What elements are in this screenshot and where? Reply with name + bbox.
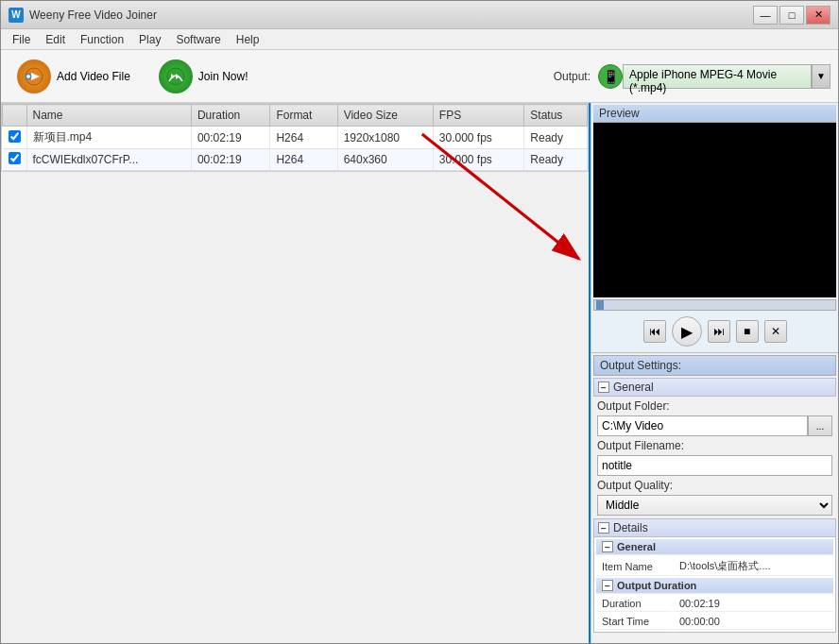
output-folder-input-group: ... [597, 415, 832, 436]
row2-check[interactable] [3, 149, 27, 171]
output-duration-header: − Output Duration [596, 578, 833, 593]
minimize-button[interactable]: — [753, 6, 778, 25]
output-folder-row: Output Folder: [593, 399, 836, 413]
row2-fps: 30.000 fps [433, 149, 523, 171]
output-format-dropdown-arrow[interactable]: ▼ [812, 64, 830, 89]
app-icon-letter: W [11, 9, 20, 20]
details-table: − General Item Name D:\tools\桌面格式.... [594, 537, 835, 632]
prev-button[interactable]: ⏮ [643, 320, 666, 343]
row1-fps: 30.000 fps [433, 127, 523, 149]
details-item-name-row: Item Name D:\tools\桌面格式.... [596, 557, 833, 576]
details-start-time-row: Start Time 00:00:00 [596, 614, 833, 630]
window-controls: — □ ✕ [753, 6, 830, 25]
col-name: Name [26, 105, 191, 127]
output-format-selector[interactable]: 📱 Apple iPhone MPEG-4 Movie (*.mp4) ▼ [598, 64, 830, 89]
output-area: Output: 📱 Apple iPhone MPEG-4 Movie (*.m… [554, 64, 830, 89]
join-now-label: Join Now! [198, 70, 248, 83]
item-name-value: D:\tools\桌面格式.... [674, 557, 833, 576]
details-collapse-icon[interactable]: − [598, 522, 609, 534]
add-video-button[interactable]: Add Video File [9, 55, 139, 98]
close-preview-button[interactable]: ✕ [764, 320, 787, 343]
row1-duration: 00:02:19 [191, 127, 269, 149]
output-quality-select-row: Low Middle High [593, 495, 836, 516]
output-settings: Output Settings: − General Output Folder… [591, 353, 838, 643]
preview-label: Preview [593, 105, 836, 123]
row2-format: H264 [270, 149, 337, 171]
start-time-value: 00:00:00 [674, 614, 833, 630]
col-duration: Duration [191, 105, 269, 127]
toolbar: Add Video File Join Now! Output: 📱 Apple… [1, 50, 838, 103]
add-video-label: Add Video File [57, 70, 130, 83]
row2-size: 640x360 [337, 149, 433, 171]
row1-name: 新项目.mp4 [26, 127, 191, 149]
output-format-icon: 📱 [598, 64, 623, 89]
main-window: W Weeny Free Video Joiner — □ ✕ File Edi… [0, 0, 839, 644]
menu-function[interactable]: Function [73, 31, 131, 48]
row2-duration: 00:02:19 [191, 149, 269, 171]
file-table-wrap: Name Duration Format Video Size FPS Stat… [1, 103, 589, 172]
output-filename-input-row [593, 455, 836, 476]
preview-progress-bar[interactable] [593, 299, 836, 311]
duration-value: 00:02:19 [674, 596, 833, 612]
details-section: − Details − General [593, 518, 836, 633]
file-list-panel: Name Duration Format Video Size FPS Stat… [1, 103, 591, 643]
window-title: Weeny Free Video Joiner [29, 8, 753, 22]
play-button[interactable]: ▶ [672, 316, 702, 347]
details-general-collapse[interactable]: − [602, 541, 613, 552]
table-row[interactable]: 新项目.mp4 00:02:19 H264 1920x1080 30.000 f… [3, 127, 588, 149]
item-name-label: Item Name [596, 557, 672, 576]
join-now-button[interactable]: Join Now! [150, 55, 257, 98]
output-folder-input-row: ... [593, 415, 836, 436]
output-folder-label: Output Folder: [597, 399, 701, 413]
row2-status: Ready [524, 149, 588, 171]
browse-folder-button[interactable]: ... [808, 415, 832, 436]
row1-format: H264 [270, 127, 337, 149]
output-duration-collapse[interactable]: − [602, 580, 613, 591]
output-quality-select[interactable]: Low Middle High [597, 495, 832, 516]
table-row[interactable]: fcCWIEkdlx07CFrP... 00:02:19 H264 640x36… [3, 149, 588, 171]
next-button[interactable]: ⏭ [708, 320, 730, 343]
stop-button[interactable]: ■ [736, 320, 759, 343]
menu-bar: File Edit Function Play Software Help [1, 29, 838, 50]
details-section-label: Details [613, 521, 648, 534]
right-panel: Preview ⏮ ▶ ⏭ ■ ✕ Output Settings: − [591, 103, 838, 643]
row1-check[interactable] [3, 127, 27, 149]
output-filename-row: Output Filename: [593, 439, 836, 452]
output-folder-input[interactable] [597, 415, 808, 436]
col-format: Format [270, 105, 337, 127]
general-collapse-icon[interactable]: − [598, 381, 609, 393]
output-filename-label: Output Filename: [597, 439, 701, 452]
menu-play[interactable]: Play [131, 31, 168, 48]
preview-progress-thumb[interactable] [596, 300, 604, 310]
output-filename-input[interactable] [597, 455, 832, 476]
preview-video [593, 123, 836, 297]
menu-software[interactable]: Software [168, 31, 228, 48]
row1-size: 1920x1080 [337, 127, 433, 149]
output-quality-label: Output Quality: [597, 479, 701, 492]
menu-file[interactable]: File [5, 31, 38, 48]
details-section-header[interactable]: − Details [594, 519, 835, 537]
title-bar: W Weeny Free Video Joiner — □ ✕ [1, 1, 838, 29]
col-status: Status [524, 105, 588, 127]
menu-edit[interactable]: Edit [38, 31, 73, 48]
app-icon: W [9, 8, 24, 23]
file-list-area: Name Duration Format Video Size FPS Stat… [1, 103, 589, 643]
red-arrow-indicator [1, 103, 589, 643]
details-duration-row: Duration 00:02:19 [596, 596, 833, 612]
general-section-label: General [613, 381, 654, 394]
row1-status: Ready [524, 127, 588, 149]
details-general-label: General [617, 541, 656, 552]
add-video-icon [17, 59, 51, 93]
preview-controls: ⏮ ▶ ⏭ ■ ✕ [593, 313, 836, 350]
menu-help[interactable]: Help [229, 31, 267, 48]
output-format-value[interactable]: Apple iPhone MPEG-4 Movie (*.mp4) [623, 64, 812, 89]
file-table: Name Duration Format Video Size FPS Stat… [2, 104, 588, 171]
maximize-button[interactable]: □ [779, 6, 804, 25]
col-check [3, 105, 27, 127]
output-settings-title: Output Settings: [593, 355, 836, 376]
join-icon [159, 59, 193, 93]
close-button[interactable]: ✕ [806, 6, 830, 25]
preview-section: Preview ⏮ ▶ ⏭ ■ ✕ [591, 103, 838, 353]
duration-label: Duration [596, 596, 672, 612]
general-section-header[interactable]: − General [593, 378, 836, 397]
